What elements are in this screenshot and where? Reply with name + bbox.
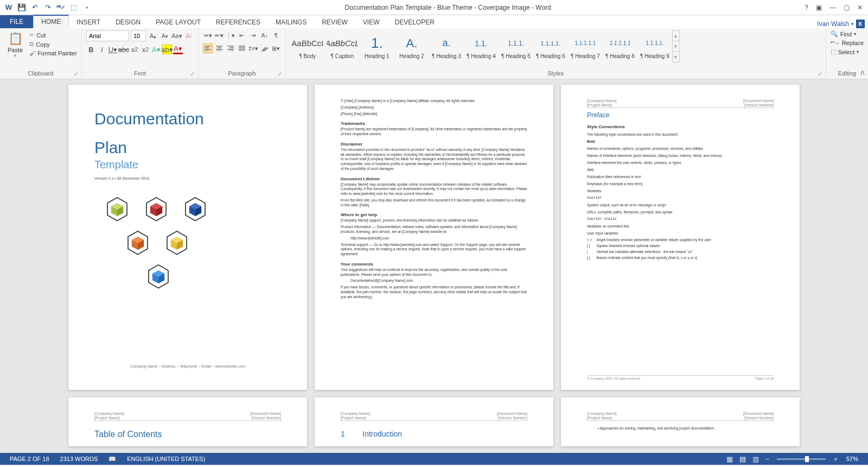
zoom-level[interactable]: 57% (841, 456, 864, 462)
save-icon[interactable]: 💾 (17, 3, 26, 12)
bold-button[interactable]: B (86, 45, 96, 54)
text-effects-button[interactable]: A▾ (151, 45, 161, 54)
zoom-in-icon[interactable]: + (830, 455, 841, 463)
shrink-font-button[interactable]: A▾ (160, 31, 170, 41)
status-page[interactable]: PAGE 2 OF 18 (4, 456, 55, 462)
decrease-indent-button[interactable]: ⇤ (237, 30, 247, 40)
paste-button[interactable]: 📋 Paste ▾ (4, 30, 26, 59)
spellcheck-icon[interactable]: ᴬᴮ✓ (56, 3, 65, 12)
select-button[interactable]: ⬚Select▾ (831, 48, 864, 55)
redo-icon[interactable]: ↷ (43, 3, 52, 12)
styles-launcher-icon[interactable]: ⤢ (818, 71, 822, 77)
copy-button[interactable]: ⧉Copy (29, 41, 77, 48)
style-body[interactable]: AaBbCcI¶ Body (290, 30, 325, 62)
show-hide-button[interactable]: ¶ (271, 30, 281, 40)
qat-dropdown-icon[interactable]: ▾ (82, 3, 91, 12)
document-area[interactable]: Documentation Plan Template Version X.x … (0, 79, 868, 453)
align-left-button[interactable] (203, 43, 213, 53)
subscript-button[interactable]: x2 (130, 45, 139, 54)
user-account[interactable]: Ivan Walsh ▾ K (817, 20, 868, 28)
status-language[interactable]: ENGLISH (UNITED STATES) (122, 456, 210, 462)
tab-mailings[interactable]: MAILINGS (268, 16, 314, 28)
find-button[interactable]: 🔍Find▾ (831, 30, 864, 37)
zoom-slider[interactable] (777, 458, 826, 460)
underline-button[interactable]: U▾ (108, 45, 118, 54)
user-name-label: Ivan Walsh (817, 20, 849, 28)
styles-scroll-down-icon[interactable]: ▾ (673, 41, 679, 52)
line-spacing-button[interactable]: ‡≡▾ (248, 43, 258, 53)
web-layout-icon[interactable]: ▥ (749, 455, 762, 463)
page-cover: Documentation Plan Template Version X.x … (68, 85, 307, 390)
font-color-button[interactable]: A▾ (173, 45, 183, 54)
collapse-ribbon-icon[interactable]: ᐱ (860, 70, 865, 77)
paragraph-launcher-icon[interactable]: ⤢ (278, 71, 282, 77)
clear-formatting-button[interactable]: A⃠ (184, 31, 194, 41)
style-heading9[interactable]: 1.1.1.1.¶ Heading 9 (637, 30, 672, 62)
tab-references[interactable]: REFERENCES (208, 16, 268, 28)
minimize-icon[interactable]: — (829, 4, 836, 11)
style-heading2[interactable]: A.Heading 2 (394, 30, 429, 62)
window-title: Documentation Plan Template - Blue Theme… (91, 4, 805, 11)
print-layout-icon[interactable]: ▤ (736, 455, 749, 463)
cover-title-2: Plan (94, 128, 281, 156)
cube-icon (144, 197, 168, 223)
multilevel-list-button[interactable]: ⋮▾ (226, 30, 235, 40)
shading-button[interactable]: ◢▾ (260, 43, 270, 53)
zoom-thumb[interactable] (805, 456, 809, 462)
increase-indent-button[interactable]: ⇥ (248, 30, 258, 40)
font-name-select[interactable] (86, 30, 129, 41)
find-icon: 🔍 (831, 30, 838, 37)
strikethrough-button[interactable]: abc (119, 45, 129, 54)
tab-view[interactable]: VIEW (355, 16, 387, 28)
style-heading3[interactable]: a.¶ Heading 3 (429, 30, 464, 62)
format-painter-button[interactable]: 🖌Format Painter (29, 50, 77, 56)
tab-insert[interactable]: INSERT (69, 16, 108, 28)
undo-icon[interactable]: ↶ (30, 3, 39, 12)
numbering-button[interactable]: ≕▾ (214, 30, 224, 40)
zoom-out-icon[interactable]: − (762, 455, 773, 463)
ribbon-display-icon[interactable]: ▣ (816, 4, 822, 11)
style-heading1[interactable]: 1.Heading 1 (360, 30, 394, 62)
styles-scroll-up-icon[interactable]: ▴ (673, 31, 679, 41)
tab-design[interactable]: DESIGN (108, 16, 148, 28)
justify-button[interactable] (237, 43, 247, 53)
font-launcher-icon[interactable]: ⤢ (190, 71, 195, 77)
style-heading7[interactable]: 1.1.1.1.1¶ Heading 7 (568, 30, 603, 62)
grow-font-button[interactable]: A▴ (148, 31, 158, 41)
styles-more-icon[interactable]: ▾ (673, 52, 679, 62)
highlight-button[interactable]: ab▾ (162, 45, 172, 54)
tab-page-layout[interactable]: PAGE LAYOUT (148, 16, 208, 28)
align-center-button[interactable] (214, 43, 224, 53)
sort-button[interactable]: A↓ (260, 30, 270, 40)
clipboard-launcher-icon[interactable]: ⤢ (74, 71, 78, 77)
borders-button[interactable]: ⊞▾ (271, 43, 281, 53)
style-heading6[interactable]: 1.1.1.1.¶ Heading 6 (533, 30, 568, 62)
tab-developer[interactable]: DEVELOPER (387, 16, 442, 28)
read-mode-icon[interactable]: ▦ (723, 455, 736, 463)
italic-button[interactable]: I (97, 45, 107, 54)
font-size-select[interactable] (131, 30, 146, 41)
touch-mode-icon[interactable]: ⬚ (69, 3, 78, 12)
ribbon-tabs: FILE HOME INSERT DESIGN PAGE LAYOUT REFE… (0, 15, 868, 28)
maximize-icon[interactable]: ▢ (844, 4, 850, 11)
tab-review[interactable]: REVIEW (314, 16, 355, 28)
tab-home[interactable]: HOME (33, 15, 69, 28)
tab-file[interactable]: FILE (0, 15, 33, 28)
style-heading5[interactable]: 1.1.1.¶ Heading 5 (499, 30, 533, 62)
cut-button[interactable]: ✂Cut (29, 31, 77, 39)
cover-subtitle: Template (94, 156, 281, 171)
replace-button[interactable]: ᵃᵇ↔Replace (831, 40, 864, 46)
close-icon[interactable]: ✕ (857, 4, 863, 11)
group-styles: AaBbCcI¶ Body AaBbCcL¶ Caption 1.Heading… (286, 28, 826, 79)
help-icon[interactable]: ? (805, 4, 808, 11)
status-proofing-icon[interactable]: 📖 (103, 456, 122, 463)
bullets-button[interactable]: ≔▾ (203, 30, 213, 40)
style-heading8[interactable]: 1.1.1.1.1¶ Heading 8 (603, 30, 637, 62)
preface-symbol-table: < >Angle brackets enclose parameter or v… (587, 237, 716, 261)
style-heading4[interactable]: 1.1.¶ Heading 4 (464, 30, 499, 62)
superscript-button[interactable]: x2 (141, 45, 150, 54)
style-caption[interactable]: AaBbCcL¶ Caption (325, 30, 360, 62)
align-right-button[interactable] (226, 43, 235, 53)
status-words[interactable]: 2313 WORDS (55, 456, 104, 462)
change-case-button[interactable]: Aa▾ (172, 31, 182, 41)
